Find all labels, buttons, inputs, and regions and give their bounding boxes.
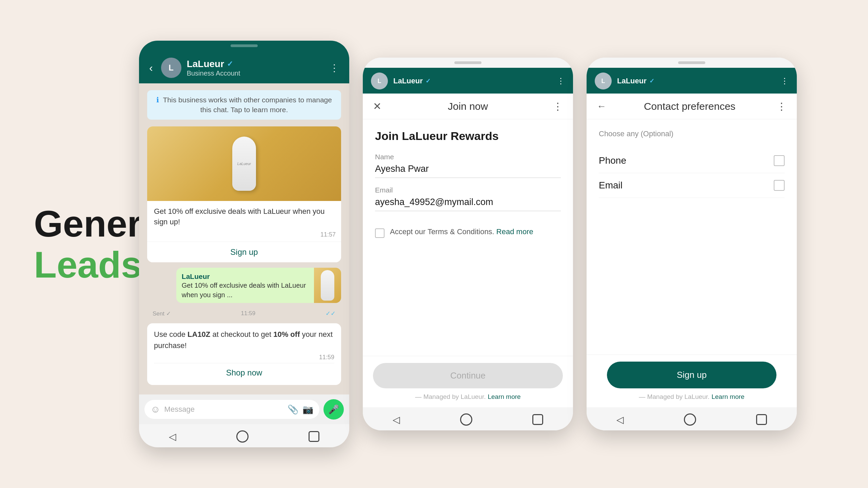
nav-recents-icon-2[interactable] <box>532 414 543 425</box>
notch-bar-2 <box>363 58 573 68</box>
sent-meta: Sent ✓ 11:59 ✓✓ <box>147 308 341 321</box>
read-more-link[interactable]: Read more <box>496 227 533 236</box>
promo-time: 11:59 <box>154 351 334 363</box>
pref-body: Choose any (Optional) Phone Email <box>587 119 797 354</box>
notch-pill <box>231 44 258 47</box>
nav-recents-icon[interactable] <box>309 431 319 442</box>
promo-text: Use code LA10Z at checkout to get 10% of… <box>154 329 334 351</box>
wa-header-2: L LaLueur ✓ ⋮ <box>363 68 573 94</box>
contact-sub: Business Account <box>187 69 324 77</box>
shop-now-button[interactable]: Shop now <box>154 363 334 382</box>
email-pref-row: Email <box>599 173 785 198</box>
email-field: Email ayesha_49952@mymail.com <box>375 186 561 211</box>
contact-name-3: LaLueur ✓ <box>617 77 775 85</box>
page: Generate Leads ‹ L LaLueur ✓ <box>0 0 868 488</box>
nav-home-icon-2[interactable] <box>460 413 472 426</box>
attachment-icon[interactable]: 📎 <box>288 404 298 415</box>
signup-button[interactable]: Sign up <box>147 242 341 262</box>
email-label: Email <box>375 186 561 194</box>
email-pref-label: Email <box>599 180 623 191</box>
terms-text: Accept our Terms & Conditions. Read more <box>390 227 533 236</box>
avatar: L <box>161 58 181 78</box>
notch-pill-2 <box>454 61 481 64</box>
wa-header-3: L LaLueur ✓ ⋮ <box>587 68 797 94</box>
notch-pill-3 <box>678 61 705 64</box>
nav-back-icon[interactable]: ◁ <box>169 431 176 442</box>
signup-button-3[interactable]: Sign up <box>607 362 776 388</box>
learn-more-link[interactable]: Learn more <box>488 393 520 401</box>
managed-text-3: — Managed by LaLueur. Learn more <box>597 393 787 401</box>
phone-checkbox[interactable] <box>774 155 785 166</box>
camera-icon[interactable]: 📷 <box>302 404 313 415</box>
chat-body: ℹ This business works with other compani… <box>139 83 349 394</box>
chat-input-bar: ☺ Message 📎 📷 🎤 <box>139 394 349 424</box>
info-icon: ℹ <box>156 96 159 104</box>
name-label: Name <box>375 153 561 161</box>
email-checkbox[interactable] <box>774 180 785 191</box>
email-value[interactable]: ayesha_49952@mymail.com <box>375 197 561 211</box>
avatar-3: L <box>595 73 612 89</box>
contact-name-2: LaLueur ✓ <box>393 77 551 85</box>
info-banner: ℹ This business works with other compani… <box>147 90 341 120</box>
more-menu-icon-3[interactable]: ⋮ <box>781 76 789 86</box>
continue-button[interactable]: Continue <box>373 363 563 388</box>
phone-nav: ◁ <box>139 424 349 447</box>
phone-pref-label: Phone <box>599 155 626 166</box>
product-text: Get 10% off exclusive deals with LaLueur… <box>147 201 341 231</box>
close-button[interactable]: ✕ <box>373 100 387 112</box>
contact-name: LaLueur ✓ <box>187 59 324 69</box>
modal-body: Join LaLueur Rewards Name Ayesha Pwar Em… <box>363 119 573 356</box>
nav-back-icon-3[interactable]: ◁ <box>616 414 624 425</box>
pref-footer: Sign up — Managed by LaLueur. Learn more <box>587 354 797 407</box>
back-button[interactable]: ← <box>597 101 606 112</box>
form-title: Join LaLueur Rewards <box>375 129 561 143</box>
back-icon[interactable]: ‹ <box>149 62 153 74</box>
phone-prefs: L LaLueur ✓ ⋮ ← Contact preferences ⋮ <box>587 58 797 430</box>
message-input[interactable]: Message <box>164 405 283 414</box>
sent-thumbnail <box>314 268 341 303</box>
terms-row: Accept our Terms & Conditions. Read more <box>375 227 561 238</box>
nav-home-icon[interactable] <box>236 430 249 443</box>
double-check-icon: ✓✓ <box>326 310 336 317</box>
promo-card: Use code LA10Z at checkout to get 10% of… <box>147 323 341 385</box>
pref-more-icon[interactable]: ⋮ <box>773 100 787 112</box>
phone-join: L LaLueur ✓ ⋮ ✕ Join now ⋮ <box>363 58 573 430</box>
verified-icon: ✓ <box>227 60 233 68</box>
phone-pref-row: Phone <box>599 148 785 173</box>
sent-text: Get 10% off exclusive deals with LaLueur… <box>182 281 309 300</box>
sent-time: 11:59 <box>241 310 256 317</box>
sent-content: LaLueur Get 10% off exclusive deals with… <box>176 268 314 303</box>
mic-button[interactable]: 🎤 <box>323 399 344 420</box>
sent-brand: LaLueur <box>182 272 309 281</box>
chat-input-wrap[interactable]: ☺ Message 📎 📷 <box>144 400 319 419</box>
header-info-2: LaLueur ✓ <box>393 77 551 85</box>
avatar-2: L <box>371 73 388 89</box>
product-tube <box>232 137 256 191</box>
nav-back-icon-2[interactable]: ◁ <box>393 414 400 425</box>
more-menu-icon[interactable]: ⋮ <box>330 62 339 74</box>
verified-icon-3: ✓ <box>649 77 654 85</box>
nav-home-icon-3[interactable] <box>684 413 696 426</box>
verified-icon-2: ✓ <box>426 77 431 85</box>
modal-title: Join now <box>387 101 549 112</box>
phone-chat: ‹ L LaLueur ✓ Business Account ⋮ <box>139 41 349 447</box>
modal-more-icon[interactable]: ⋮ <box>549 100 563 112</box>
nav-recents-icon-3[interactable] <box>756 414 767 425</box>
more-menu-icon-2[interactable]: ⋮ <box>557 76 565 86</box>
notch-bar-3 <box>587 58 797 68</box>
pref-title: Contact preferences <box>606 101 773 112</box>
sent-label: Sent ✓ <box>153 310 171 317</box>
learn-more-link-3[interactable]: Learn more <box>711 393 744 401</box>
emoji-icon[interactable]: ☺ <box>151 404 160 415</box>
terms-checkbox[interactable] <box>375 228 384 238</box>
managed-text: — Managed by LaLueur. Learn more <box>373 393 563 401</box>
sent-check-icon: ✓ <box>166 310 171 317</box>
name-value[interactable]: Ayesha Pwar <box>375 164 561 178</box>
product-image <box>147 126 341 201</box>
modal-header: ✕ Join now ⋮ <box>363 94 573 119</box>
product-time: 11:57 <box>147 231 341 242</box>
notch-bar <box>139 41 349 51</box>
chat-header: ‹ L LaLueur ✓ Business Account ⋮ <box>139 51 349 83</box>
header-info-3: LaLueur ✓ <box>617 77 775 85</box>
pref-subtitle: Choose any (Optional) <box>599 129 785 138</box>
